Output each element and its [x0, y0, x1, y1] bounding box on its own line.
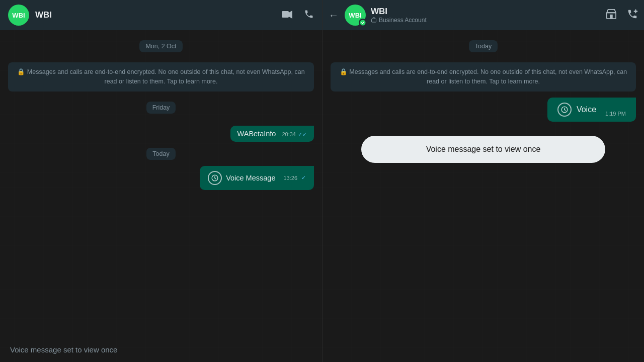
messages-area-left: WABetaInfo 20:34 ✓✓ Today Voice Message: [8, 126, 314, 190]
left-chat-body: Mon, 2 Oct 🔒 Messages and calls are end-…: [0, 30, 322, 337]
date-separator-mon: Mon, 2 Oct: [8, 40, 314, 52]
svg-rect-9: [610, 14, 612, 18]
encryption-notice-right[interactable]: 🔒 Messages and calls are end-to-end encr…: [331, 62, 636, 92]
encryption-text-left: 🔒 Messages and calls are end-to-end encr…: [17, 68, 304, 85]
message-text-wabetainfo: WABetaInfo: [237, 130, 276, 138]
video-call-icon[interactable]: [282, 10, 293, 21]
message-bubble-wabetainfo[interactable]: WABetaInfo 20:34 ✓✓: [230, 126, 314, 142]
date-badge-friday: Friday: [146, 102, 176, 114]
encryption-notice-left[interactable]: 🔒 Messages and calls are end-to-end encr…: [8, 62, 314, 92]
right-view-once-icon: [557, 103, 572, 117]
right-messages: Voice 1:19 PM Voice message set to view …: [331, 98, 636, 163]
svg-line-14: [565, 110, 566, 111]
phone-plus-icon[interactable]: [627, 9, 638, 22]
avatar[interactable]: WBI: [8, 5, 29, 26]
phone-call-icon[interactable]: [304, 9, 314, 22]
right-voice-label: Voice: [577, 105, 596, 114]
svg-rect-0: [282, 11, 289, 18]
business-badge: Business Account: [371, 17, 427, 24]
svg-rect-6: [372, 19, 376, 23]
business-verified-icon: [359, 19, 367, 27]
contact-name[interactable]: WBI: [35, 10, 52, 20]
date-badge-mon: Mon, 2 Oct: [139, 40, 182, 52]
view-once-icon: [208, 171, 222, 185]
right-chat-body: Today 🔒 Messages and calls are end-to-en…: [323, 30, 644, 362]
message-time-wabetainfo: 20:34: [282, 131, 296, 137]
date-separator-friday: Friday: [8, 102, 314, 114]
date-badge-today-left: Today: [146, 148, 175, 160]
date-badge-today-right: Today: [469, 40, 498, 52]
back-arrow-icon[interactable]: ←: [329, 10, 339, 21]
right-header-info: WBI Business Account: [371, 7, 427, 24]
svg-marker-1: [289, 11, 292, 19]
message-ticks-wabetainfo: ✓✓: [298, 131, 307, 137]
right-panel: ← WBI WBI Business Account: [322, 0, 644, 362]
left-panel: WBI WBI Mon, 2 Oct 🔒 Messages and c: [0, 0, 322, 362]
right-avatar-text: WBI: [349, 12, 361, 19]
voice-message-time: 13:26: [283, 175, 297, 181]
svg-point-5: [360, 20, 366, 26]
right-voice-bubble[interactable]: Voice 1:19 PM: [547, 98, 636, 122]
encryption-text-right: 🔒 Messages and calls are end-to-end encr…: [340, 68, 627, 85]
right-contact-name[interactable]: WBI: [371, 7, 427, 17]
avatar-text: WBI: [12, 12, 25, 19]
business-account-label: Business Account: [379, 17, 427, 24]
date-separator-today-right: Today: [331, 40, 636, 52]
voice-message-label: Voice Message: [226, 174, 275, 182]
right-header: ← WBI WBI Business Account: [323, 0, 644, 30]
shop-icon[interactable]: [606, 9, 617, 22]
right-header-icons: [606, 9, 638, 22]
left-header: WBI WBI: [0, 0, 322, 30]
voice-message-ticks: ✓: [301, 174, 306, 181]
right-avatar[interactable]: WBI: [345, 5, 366, 26]
voice-message-bubble[interactable]: Voice Message 13:26 ✓: [200, 166, 314, 190]
view-once-popup-text: Voice message set to view once: [426, 145, 541, 153]
view-once-popup: Voice message set to view once: [361, 136, 606, 163]
header-icons: [282, 9, 314, 22]
svg-line-4: [215, 178, 216, 179]
date-separator-today-left: Today: [8, 148, 314, 160]
right-voice-time: 1:19 PM: [605, 111, 626, 117]
